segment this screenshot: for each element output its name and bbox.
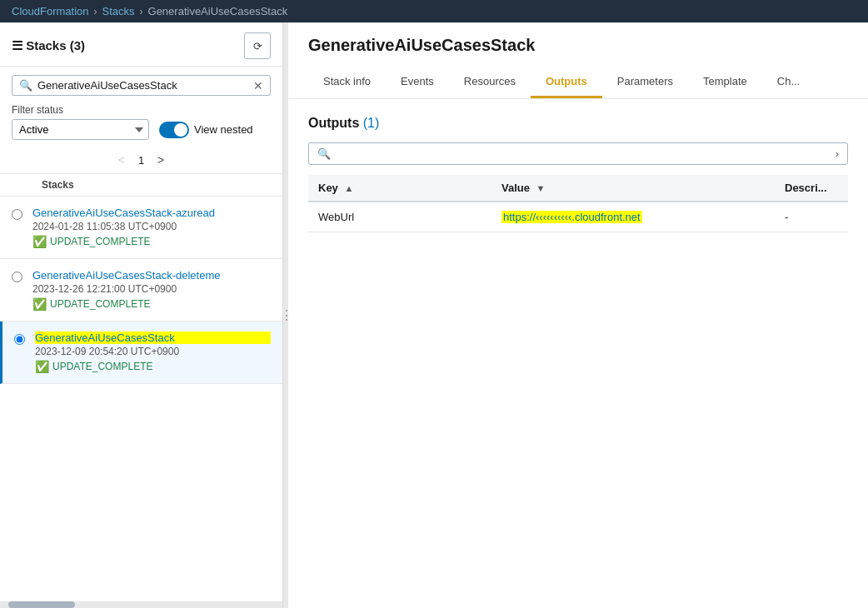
- stack-status-2: ✅ UPDATE_COMPLETE: [32, 297, 271, 311]
- stack-name-1: GenerativeAiUseCasesStack-azuread: [32, 207, 271, 219]
- page-title: GenerativeAiUseCasesStack: [308, 36, 848, 55]
- col-header-key[interactable]: Key ▲: [308, 175, 491, 202]
- toggle-wrap: View nested: [159, 122, 253, 138]
- stack-date-3: 2023-12-09 20:54:20 UTC+0900: [35, 346, 271, 357]
- breadcrumb: CloudFormation › Stacks › GenerativeAiUs…: [0, 0, 868, 22]
- stack-radio-2[interactable]: [12, 272, 22, 282]
- pagination: < 1 >: [0, 147, 282, 174]
- col-header-value[interactable]: Value ▼: [491, 175, 775, 202]
- tab-bar: Stack info Events Resources Outputs Para…: [308, 67, 848, 98]
- col-header-description[interactable]: Descri...: [775, 175, 848, 202]
- tab-stack-info[interactable]: Stack info: [308, 67, 386, 98]
- sidebar-header: ☰ Stacks (3) ⟳: [0, 22, 282, 67]
- stack-date-1: 2024-01-28 11:05:38 UTC+0900: [32, 221, 271, 232]
- sidebar: ☰ Stacks (3) ⟳ 🔍 GenerativeAiUseCasesSta…: [0, 22, 283, 608]
- tab-resources[interactable]: Resources: [449, 67, 531, 98]
- stack-radio-1[interactable]: [12, 209, 22, 220]
- list-item[interactable]: GenerativeAiUseCasesStack-azuread 2024-0…: [0, 197, 282, 259]
- refresh-button[interactable]: ⟳: [244, 32, 271, 59]
- status-icon-3: ✅: [35, 360, 49, 373]
- sidebar-search-area: 🔍 GenerativeAiUseCasesStack ✕: [0, 67, 282, 101]
- breadcrumb-current: GenerativeAiUseCasesStack: [148, 5, 288, 17]
- stack-col-header: Stacks: [0, 174, 282, 197]
- status-icon-2: ✅: [32, 297, 47, 311]
- outputs-count: (1): [363, 116, 380, 130]
- stack-info-2: GenerativeAiUseCasesStack-deleteme 2023-…: [32, 269, 271, 311]
- tab-outputs[interactable]: Outputs: [531, 67, 602, 98]
- toggle-label: View nested: [194, 123, 253, 136]
- search-input-wrap: 🔍 GenerativeAiUseCasesStack ✕: [12, 75, 271, 96]
- outputs-search-input[interactable]: Web: [337, 147, 829, 160]
- stack-status-1: ✅ UPDATE_COMPLETE: [32, 235, 271, 248]
- status-icon-1: ✅: [32, 235, 47, 248]
- view-nested-toggle[interactable]: [159, 122, 189, 138]
- filter-bar: Filter status Active All CREATE_COMPLETE…: [0, 101, 282, 147]
- stack-date-2: 2023-12-26 12:21:00 UTC+0900: [32, 283, 271, 295]
- stack-name-3: GenerativeAiUseCasesStack: [35, 331, 271, 344]
- breadcrumb-sep-1: ›: [94, 6, 97, 17]
- outputs-search-expand-icon[interactable]: ›: [836, 147, 839, 160]
- outputs-table: Key ▲ Value ▼ Descri...: [308, 175, 848, 232]
- tab-parameters[interactable]: Parameters: [602, 67, 688, 98]
- search-input[interactable]: GenerativeAiUseCasesStack: [37, 79, 248, 92]
- tab-change-sets[interactable]: Ch...: [762, 67, 815, 98]
- outputs-title: Outputs (1): [308, 116, 848, 131]
- tab-events[interactable]: Events: [386, 67, 449, 98]
- horizontal-scrollbar[interactable]: [0, 601, 282, 608]
- stack-radio-3[interactable]: [14, 334, 25, 345]
- output-value-link[interactable]: https://‹‹‹‹‹‹‹‹‹‹.cloudfront.net: [501, 211, 642, 223]
- breadcrumb-sep-2: ›: [140, 6, 143, 17]
- sort-asc-icon: ▲: [344, 183, 353, 193]
- stack-name-2: GenerativeAiUseCasesStack-deleteme: [32, 269, 271, 282]
- filter-label: Filter status: [12, 104, 271, 116]
- outputs-search-wrap: 🔍 Web ›: [308, 142, 848, 165]
- stack-info-1: GenerativeAiUseCasesStack-azuread 2024-0…: [32, 207, 271, 248]
- outputs-search-icon: 🔍: [317, 147, 331, 160]
- sidebar-title: ☰ Stacks (3): [12, 38, 85, 53]
- sort-desc-icon: ▼: [536, 183, 546, 193]
- filter-status-select[interactable]: Active All CREATE_COMPLETE UPDATE_COMPLE…: [12, 119, 149, 140]
- prev-page-button[interactable]: <: [113, 152, 130, 168]
- output-value: https://‹‹‹‹‹‹‹‹‹‹.cloudfront.net: [491, 202, 775, 232]
- breadcrumb-cloudformation[interactable]: CloudFormation: [12, 5, 89, 17]
- stack-info-3: GenerativeAiUseCasesStack 2023-12-09 20:…: [35, 331, 271, 373]
- next-page-button[interactable]: >: [152, 152, 169, 168]
- output-description: -: [775, 202, 848, 232]
- list-item[interactable]: GenerativeAiUseCasesStack 2023-12-09 20:…: [0, 321, 282, 384]
- stack-status-3: ✅ UPDATE_COMPLETE: [35, 360, 271, 373]
- table-row: WebUrl https://‹‹‹‹‹‹‹‹‹‹.cloudfront.net…: [308, 202, 848, 232]
- search-icon: 🔍: [19, 79, 32, 92]
- clear-search-button[interactable]: ✕: [253, 80, 263, 92]
- output-key: WebUrl: [308, 202, 491, 232]
- list-item[interactable]: GenerativeAiUseCasesStack-deleteme 2023-…: [0, 259, 282, 321]
- breadcrumb-stacks[interactable]: Stacks: [102, 5, 135, 17]
- filter-row: Active All CREATE_COMPLETE UPDATE_COMPLE…: [12, 119, 271, 140]
- stacks-list: GenerativeAiUseCasesStack-azuread 2024-0…: [0, 197, 282, 601]
- scrollbar-thumb[interactable]: [8, 601, 75, 608]
- outputs-section: Outputs (1) 🔍 Web › Key ▲: [288, 116, 868, 232]
- tab-template[interactable]: Template: [688, 67, 762, 98]
- content-area: GenerativeAiUseCasesStack Stack info Eve…: [288, 22, 868, 608]
- content-header: GenerativeAiUseCasesStack Stack info Eve…: [288, 22, 868, 99]
- page-number: 1: [138, 154, 144, 167]
- content-body: Outputs (1) 🔍 Web › Key ▲: [288, 99, 868, 608]
